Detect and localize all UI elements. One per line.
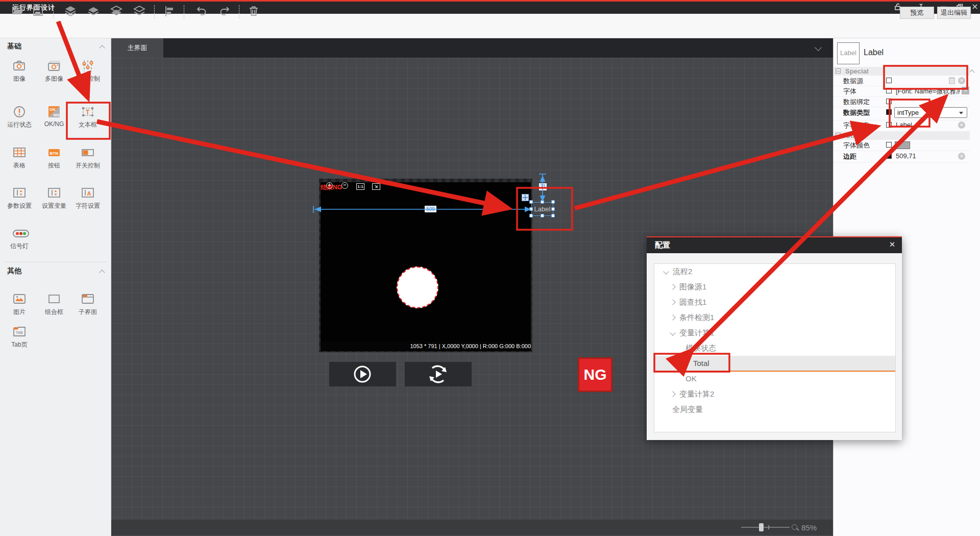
fit-view-icon[interactable]: ⇲ [372,183,381,192]
bring-to-front-icon[interactable] [64,5,78,19]
bring-forward-icon[interactable] [110,5,124,19]
send-backward-icon[interactable] [133,5,147,19]
prop-check-databinding[interactable] [886,99,892,104]
svg-text:BTN: BTN [50,151,59,156]
send-to-back-icon[interactable] [87,5,101,19]
sidebar-divider [5,262,106,262]
move-handle-icon[interactable] [522,194,529,201]
sidebar-item-tabpage[interactable]: TAB Tab页 [3,325,36,349]
sidebar-item-table[interactable]: 表格 [3,145,36,170]
zoom-in-icon[interactable]: + [326,182,335,191]
undo-icon[interactable] [195,5,209,19]
prop-value-margin: 509,71 [896,152,916,160]
chevron-down-icon[interactable] [663,269,669,274]
redo-icon[interactable] [218,5,232,19]
prop-check-datatype[interactable] [886,109,892,115]
sidebar-item-multi-image[interactable]: 多图像 [38,59,70,83]
sidebar-item-okng[interactable]: OKNG OK/NG [38,105,70,128]
resize-handle[interactable] [551,207,555,211]
close-icon[interactable] [971,3,980,11]
tree-item-varcalc1[interactable]: 变量计算1 [671,325,714,340]
prop-check-fontcolor[interactable] [886,142,892,148]
sidebar-item-subpage[interactable]: 子界面 [71,292,104,316]
datatype-dropdown[interactable]: intType [894,107,967,118]
prop-label-charinfo: 字符信息 [843,121,870,130]
tree-item-process2[interactable]: 流程2 [664,264,692,279]
prop-value-charinfo: Label [896,121,912,129]
tree-item-varcalc2[interactable]: 变量计算2 [671,386,714,402]
sidebar-item-textbox[interactable]: T 文本框 [71,105,104,129]
delete-icon[interactable] [247,5,261,19]
chevron-right-icon[interactable] [670,299,675,305]
font-more-button[interactable]: ≡ [962,87,969,94]
prop-check-margin[interactable] [886,153,892,159]
collapse-minus-icon[interactable] [836,133,841,138]
prop-check-font[interactable] [886,88,892,93]
exit-edit-button[interactable]: 退出编辑 [937,7,971,19]
sidebar-item-set-variable[interactable]: 设置变量 [38,186,70,210]
zoom-slider-handle[interactable] [759,523,764,531]
clear-icon[interactable]: ✕ [958,77,965,84]
sidebar-item-run-status[interactable]: 运行状态 [3,105,36,129]
chevron-right-icon[interactable] [670,391,675,397]
open-folder-icon[interactable] [11,5,26,19]
multi-camera-icon [47,59,61,73]
section-other[interactable]: Other [834,131,970,140]
zoom-slider-track[interactable] [741,527,790,528]
resize-handle[interactable] [541,214,544,217]
doc-icon[interactable] [949,77,955,84]
align-left-icon[interactable] [163,5,178,19]
prop-value-font: [Font: Name=微软雅黑 [896,87,960,96]
zoom-slider-tick [768,525,769,529]
one-to-one-icon[interactable]: 1:1 [356,183,365,192]
clear-icon[interactable]: ✕ [958,153,965,160]
prop-check-datasource[interactable] [886,78,892,83]
resize-handle[interactable] [551,214,555,217]
resize-handle[interactable] [551,200,555,204]
tab-main-page[interactable]: 主界面 [111,38,163,58]
group-box-icon [47,292,61,306]
tree-item-total[interactable]: Total [693,356,709,371]
chevron-right-icon[interactable] [670,314,675,320]
preview-button[interactable]: 预览 [900,7,934,19]
run-continuous-button[interactable] [404,361,472,387]
clear-icon[interactable]: ✕ [958,121,965,129]
tree-item-imagesource1[interactable]: 图像源1 [671,279,706,295]
sidebar-item-char-setting[interactable]: A 字符设置 [71,186,104,210]
tree-item-modulestatus[interactable]: 模块状态 [685,340,716,356]
collapse-minus-icon[interactable] [836,68,841,74]
toolbar-separator [53,5,54,18]
switch-icon [81,145,95,160]
config-dialog-header[interactable] [647,237,902,253]
ng-status-badge: NG [578,357,612,392]
section-special[interactable]: Special [834,67,970,76]
sidebar-item-group-box[interactable]: 组合框 [38,292,70,316]
tree-item-conditioncheck1[interactable]: 条件检测1 [671,310,714,325]
dialog-close-icon[interactable]: ✕ [887,240,897,249]
tree-selected-row-bg [654,356,895,372]
tree-item-circlefind1[interactable]: 圆查找1 [671,295,706,310]
svg-text:OK: OK [50,107,56,112]
font-color-swatch[interactable] [895,141,910,149]
sidebar-item-switch[interactable]: 开关控制 [71,145,104,170]
resize-handle[interactable] [529,214,533,217]
resize-handle[interactable] [529,207,533,211]
sidebar-item-image[interactable]: 图像 [3,59,36,83]
prop-check-charinfo[interactable] [886,122,892,128]
tree-item-ok[interactable]: OK [685,371,697,386]
chevron-right-icon[interactable] [670,284,675,289]
sidebar-item-param-setting[interactable]: 参数设置 [3,186,36,210]
run-once-button[interactable] [329,361,397,387]
sidebar-item-run-control[interactable]: 运行控制 [71,59,104,83]
tree-item-globalvars[interactable]: 全局变量 [672,402,703,417]
title-bar [0,0,980,14]
resize-handle[interactable] [529,200,533,204]
chevron-down-icon[interactable] [670,330,675,335]
sidebar-item-button[interactable]: BTN 按钮 [38,145,70,170]
sidebar-item-signal-light[interactable]: 信号灯 [3,226,36,251]
sidebar-item-picture[interactable]: 图片 [3,292,36,316]
resize-handle[interactable] [541,200,544,204]
save-icon[interactable] [32,5,46,19]
text-box-icon: T [81,105,95,119]
zoom-out-icon[interactable]: − [341,182,350,191]
